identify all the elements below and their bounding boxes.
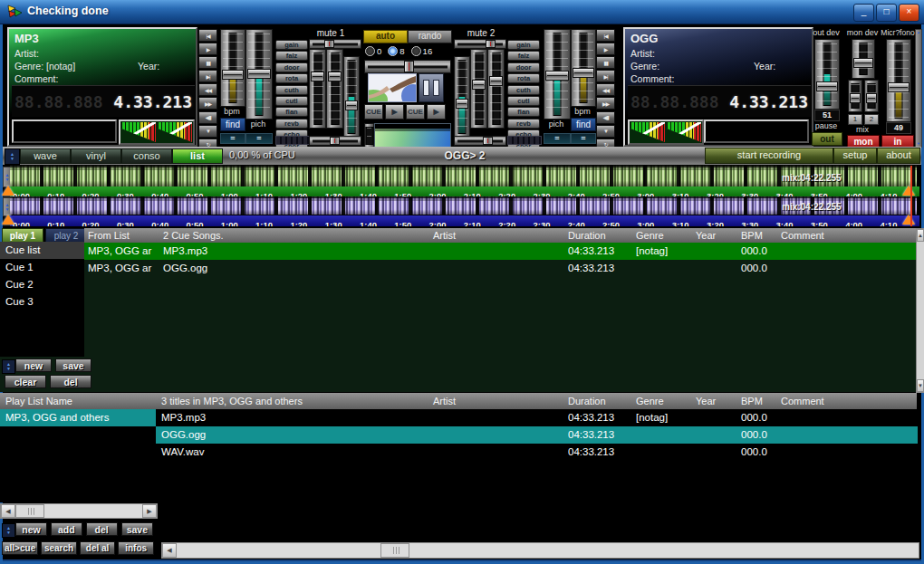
playlist-panel-button[interactable]: del al bbox=[80, 541, 116, 555]
timeline-deck2[interactable]: 0:000:100:200:300:400:501:001:101:201:30… bbox=[10, 215, 919, 226]
transport-button[interactable]: |◀ bbox=[198, 29, 217, 42]
cue-list-header[interactable]: From List 2 Cue Songs. Artist Duration G… bbox=[84, 228, 917, 243]
list-view-button[interactable]: list bbox=[172, 148, 223, 164]
mute1-top-fader[interactable] bbox=[309, 39, 361, 49]
scrollbar-thumb[interactable] bbox=[15, 504, 44, 518]
cue-panel-button[interactable]: new bbox=[15, 358, 52, 372]
up-arrow-icon[interactable]: ▲ bbox=[917, 31, 920, 34]
playlist-panel-button[interactable]: all>cue bbox=[2, 541, 38, 555]
effect-button[interactable]: revb bbox=[275, 119, 308, 129]
mute2-top-fader[interactable] bbox=[454, 39, 506, 49]
mini-fader-handle[interactable]: = bbox=[230, 135, 235, 142]
transport-button[interactable]: ▼ bbox=[198, 125, 217, 138]
transport-button[interactable]: ◀▮ bbox=[596, 111, 615, 124]
fader-handle[interactable] bbox=[866, 93, 877, 103]
loop-marker-icon[interactable] bbox=[902, 186, 915, 196]
header-duration[interactable]: Duration bbox=[568, 228, 606, 243]
fader-handle[interactable] bbox=[330, 137, 340, 145]
vinyl-view-button[interactable]: vinyl bbox=[71, 148, 121, 164]
deck-left-find-button[interactable]: find bbox=[220, 118, 245, 131]
out-button[interactable]: out bbox=[812, 132, 842, 146]
transport-button[interactable]: ▼ bbox=[596, 125, 615, 138]
cue-play-button[interactable]: ▶ bbox=[427, 104, 446, 119]
fader-handle[interactable] bbox=[456, 99, 468, 109]
cue-table-row[interactable]: MP3, OGG ar OGG.ogg 04:33.213 000.0 bbox=[84, 260, 916, 277]
fader-handle[interactable] bbox=[328, 72, 342, 81]
cue-sidebar-item[interactable]: Cue 3 bbox=[0, 293, 84, 311]
fader-handle[interactable] bbox=[311, 72, 324, 81]
waveform-deck2[interactable] bbox=[10, 196, 917, 215]
transport-button[interactable]: ▶ bbox=[596, 43, 615, 55]
deck-right-wave-preview[interactable] bbox=[704, 119, 809, 143]
effect-button[interactable]: flan bbox=[275, 107, 308, 117]
playlist-nav-icon[interactable]: ▲▼ bbox=[2, 523, 15, 538]
scrollbar-track[interactable] bbox=[177, 543, 380, 558]
transport-button[interactable]: ▶ bbox=[198, 43, 217, 55]
header-bpm[interactable]: BPM bbox=[741, 228, 763, 243]
mini-fader[interactable]: = bbox=[571, 133, 596, 144]
playlist-panel-button[interactable]: new bbox=[15, 522, 47, 536]
wave-view-button[interactable]: wave bbox=[20, 148, 71, 164]
start-recording-button[interactable]: start recording bbox=[705, 148, 833, 164]
effect-button[interactable]: cuth bbox=[507, 85, 540, 95]
header-count[interactable]: 2 Cue Songs. bbox=[163, 228, 224, 243]
transport-button[interactable]: ▮▮ bbox=[198, 56, 217, 69]
beat-radio[interactable]: 8 bbox=[388, 46, 404, 56]
playlist-panel-button[interactable]: infos bbox=[118, 541, 154, 555]
title-bar[interactable]: Checking done _ □ × bbox=[0, 0, 924, 24]
view-nav-icon[interactable]: ▲ ▼ bbox=[5, 148, 20, 165]
fader-handle[interactable] bbox=[545, 71, 569, 81]
microphone-fader[interactable] bbox=[886, 39, 911, 122]
effect-button[interactable]: gain bbox=[275, 40, 308, 50]
down-arrow-icon[interactable]: ▼ bbox=[917, 142, 920, 146]
cue-panel-button[interactable]: save bbox=[55, 358, 91, 372]
transport-button[interactable]: ◀▮ bbox=[198, 111, 217, 124]
header-year[interactable]: Year bbox=[696, 393, 716, 409]
effect-button[interactable]: revb bbox=[507, 119, 540, 129]
transport-button[interactable]: ▶| bbox=[198, 70, 217, 82]
playlist-table-row[interactable]: WAV.wav 04:33.213 000.0 bbox=[156, 444, 918, 461]
fader-handle[interactable] bbox=[816, 81, 838, 91]
cue-panel-button[interactable]: clear bbox=[5, 375, 46, 388]
mute2-trim-fader[interactable] bbox=[454, 56, 470, 138]
playlist-hscrollbar[interactable]: ◀ bbox=[161, 542, 919, 559]
effect-button[interactable]: cutl bbox=[275, 96, 308, 106]
mon-ch1-button[interactable]: 1 bbox=[848, 114, 862, 125]
about-button[interactable]: about bbox=[877, 148, 920, 164]
fader-handle[interactable] bbox=[483, 137, 493, 145]
transport-button[interactable]: ▮▮ bbox=[596, 56, 615, 69]
mini-fader[interactable]: = bbox=[245, 133, 273, 144]
cue-play-button[interactable]: CUE bbox=[364, 104, 383, 119]
rando-button[interactable]: rando bbox=[408, 30, 452, 43]
loop-marker-icon[interactable] bbox=[2, 186, 14, 196]
mon-dev-fader[interactable] bbox=[852, 39, 875, 79]
playlist-table-row[interactable]: OGG.ogg 04:33.213 000.0 bbox=[156, 426, 918, 444]
mute1-volume-fader-2[interactable] bbox=[326, 49, 343, 129]
playlist-name-header[interactable]: Play List Name bbox=[0, 393, 156, 409]
minimize-button[interactable]: _ bbox=[853, 4, 874, 22]
playlist-table-row[interactable]: MP3.mp3 04:33.213 [notag] 000.0 bbox=[156, 409, 918, 426]
playlist-header[interactable]: 3 titles in MP3, OGG and others Artist D… bbox=[156, 393, 917, 409]
cue-nav-icon[interactable]: ▲▼ bbox=[2, 359, 15, 374]
header-bpm[interactable]: BPM bbox=[741, 393, 763, 409]
cue-panel-button[interactable]: del bbox=[50, 375, 91, 388]
transport-button[interactable]: ◀◀ bbox=[198, 83, 217, 96]
fader-handle[interactable] bbox=[489, 76, 503, 86]
waveform-deck1[interactable] bbox=[10, 166, 917, 186]
header-comment[interactable]: Comment bbox=[781, 393, 824, 409]
mute2-bottom-fader[interactable] bbox=[454, 136, 506, 146]
scroll-left-icon[interactable]: ◀ bbox=[162, 543, 177, 558]
scroll-left-icon[interactable]: ◀ bbox=[1, 504, 15, 518]
header-count[interactable]: 3 titles in MP3, OGG and others bbox=[161, 393, 303, 409]
mute2-volume-fader-1[interactable] bbox=[470, 49, 487, 129]
deck-right-scroll-strip[interactable]: ▲ ▼ bbox=[915, 29, 922, 148]
cue-play-button[interactable]: ▶ bbox=[385, 104, 404, 119]
maximize-button[interactable]: □ bbox=[876, 4, 897, 22]
deck-right-find-button[interactable]: find bbox=[571, 118, 596, 131]
mini-fader-handle[interactable]: = bbox=[581, 135, 585, 142]
header-year[interactable]: Year bbox=[696, 228, 716, 243]
fader-handle[interactable] bbox=[472, 80, 486, 90]
fader-handle[interactable] bbox=[573, 68, 594, 78]
header-duration[interactable]: Duration bbox=[568, 393, 606, 409]
monitor-mini-fader[interactable] bbox=[364, 123, 374, 148]
